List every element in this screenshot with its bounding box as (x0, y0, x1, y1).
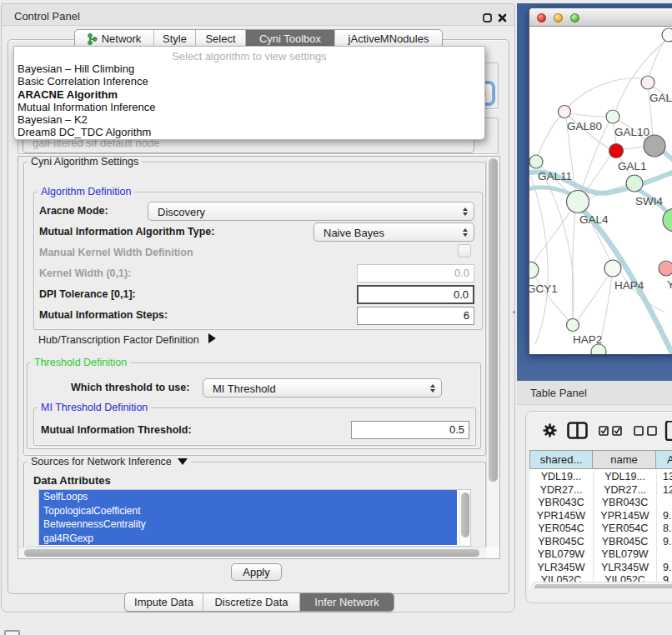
network-node-GAL1[interactable] (609, 144, 624, 158)
network-node-label: HAP4 (614, 279, 644, 292)
threshold-definition-title: Threshold Definition (31, 357, 130, 368)
network-node-Y-pink[interactable] (659, 261, 672, 276)
zoom-traffic-light-icon[interactable] (570, 13, 579, 22)
table-row[interactable]: YBR043CYBR043C (529, 497, 672, 510)
network-view-window[interactable]: GAL2GAL80GAL10GAL1GAL11GAL4SWI4GCY1HAP4Y… (529, 8, 672, 354)
attribute-item[interactable]: BetweennessCentrality (39, 518, 457, 532)
table-row[interactable]: YBL079WYBL079W (529, 548, 672, 562)
dpi-tolerance-field[interactable]: 0.0 (357, 285, 474, 304)
bottom-tab-discretize-data[interactable]: Discretize Data (203, 593, 300, 611)
kernel-width-field[interactable]: 0.0 (357, 264, 474, 282)
control-panel-titlebar[interactable]: Control Panel (2, 4, 514, 26)
bottom-tab-impute-data[interactable]: Impute Data (125, 593, 203, 611)
network-node-label: GAL80 (567, 120, 602, 132)
mi-type-combobox[interactable]: Naive Bayes (313, 222, 474, 242)
scrollbar-corner (486, 547, 499, 558)
table-panel-header[interactable]: Table Panel (517, 381, 672, 405)
network-node-GAL10[interactable] (606, 110, 619, 123)
manual-kernel-checkbox[interactable] (458, 244, 471, 258)
network-node-HAP2[interactable] (567, 319, 579, 332)
split-handle[interactable] (513, 311, 515, 313)
settings-horizontal-scrollbar[interactable] (18, 547, 487, 558)
attributes-scrollbar[interactable] (459, 490, 470, 546)
settings-vscrollbar-thumb[interactable] (489, 158, 498, 482)
gear-icon[interactable] (542, 422, 558, 438)
table-cell: 12 (656, 484, 672, 498)
minimize-traffic-light-icon[interactable] (554, 13, 563, 22)
column-header-name[interactable]: name (593, 450, 656, 469)
apply-button[interactable]: Apply (231, 563, 282, 581)
tab-jactivemnodules[interactable]: jActiveMNodules (335, 30, 442, 48)
hub-definition-toggle[interactable]: Hub/Transcription Factor Definition (38, 333, 216, 346)
checked-boxes-icon[interactable] (599, 426, 623, 436)
dropdown-placeholder: Select algorithm to view settings (14, 47, 484, 62)
network-node-label: SWI4 (635, 195, 663, 208)
data-attributes-list[interactable]: SelfLoopsTopologicalCoefficientBetweenne… (38, 489, 471, 547)
tab-label: Select (205, 32, 235, 45)
network-node-GAL80[interactable] (559, 106, 571, 118)
mi-steps-field[interactable]: 6 (357, 307, 474, 325)
attribute-item[interactable]: gal4RGexp (39, 532, 457, 546)
table-horizontal-scrollbar[interactable] (531, 582, 672, 588)
table-row[interactable]: YDL19...YDL19...13 (529, 471, 672, 484)
network-node-SWI4[interactable] (626, 175, 643, 192)
network-node-label: GAL1 (618, 160, 647, 172)
tab-style[interactable]: Style (154, 30, 196, 48)
table-row[interactable]: YBR045CYBR045C9. (529, 536, 672, 549)
tab-cyni-toolbox[interactable]: Cyni Toolbox (246, 30, 335, 48)
document-icon[interactable] (664, 421, 672, 441)
minimized-palette-icon[interactable] (4, 630, 20, 635)
network-edge (578, 275, 609, 320)
unchecked-boxes-icon[interactable] (634, 426, 658, 436)
close-icon[interactable] (498, 13, 507, 22)
table-cell: YBR045C (529, 536, 593, 549)
table-row[interactable]: YER054CYER054C8. (529, 522, 672, 536)
float-icon[interactable] (483, 13, 492, 22)
mi-threshold-field[interactable]: 0.5 (351, 421, 469, 439)
table-container: shared...nameA YDL19...YDL19...13YDR27..… (525, 411, 672, 603)
table-hscrollbar-thumb[interactable] (534, 584, 672, 589)
network-node-GAL2[interactable] (641, 76, 654, 89)
menu-item-1[interactable]: Basic Correlation Inference (14, 75, 484, 88)
network-node-label: HAP2 (573, 333, 602, 346)
settings-hscrollbar-thumb[interactable] (24, 549, 479, 557)
network-icon (88, 33, 98, 45)
network-node-label: GAL10 (614, 126, 649, 138)
network-edge (649, 38, 667, 76)
which-threshold-combobox[interactable]: MI Threshold (203, 378, 442, 398)
table-cell (656, 548, 672, 562)
menu-item-4[interactable]: Bayesian – K2 (14, 113, 484, 126)
tab-select[interactable]: Select (196, 30, 246, 48)
tab-label: jActiveMNodules (349, 32, 429, 45)
table-row[interactable]: YPR145WYPR145W9. (529, 510, 672, 523)
network-edge (531, 177, 548, 344)
network-node-GCY1[interactable] (529, 262, 539, 278)
menu-item-5[interactable]: Dream8 DC_TDC Algorithm (14, 126, 484, 138)
attribute-item[interactable]: TopologicalCoefficient (39, 504, 457, 518)
network-canvas[interactable]: GAL2GAL80GAL10GAL1GAL11GAL4SWI4GCY1HAP4Y… (529, 27, 672, 354)
menu-item-3[interactable]: Mutual Information Inference (14, 101, 484, 113)
column-header-shared...[interactable]: shared... (529, 450, 593, 469)
data-attributes-label: Data Attributes (33, 474, 111, 487)
settings-vertical-scrollbar[interactable] (486, 157, 499, 548)
attribute-item[interactable]: SelfLoops (39, 490, 457, 504)
attributes-scrollbar-thumb[interactable] (461, 492, 469, 538)
table-cell (656, 497, 672, 510)
network-window-titlebar[interactable] (529, 8, 672, 27)
network-node-HAP4[interactable] (604, 260, 621, 277)
aracne-mode-combobox[interactable]: Discovery (148, 202, 474, 221)
column-view-icon[interactable] (567, 422, 588, 439)
network-node-GAL11[interactable] (529, 155, 543, 168)
table-row[interactable]: YDR27...YDR27...12 (529, 484, 672, 498)
sources-title-row[interactable]: Sources for Network Inference (28, 456, 191, 468)
close-traffic-light-icon[interactable] (537, 13, 546, 22)
bottom-tab-infer-network[interactable]: Infer Network (300, 593, 394, 611)
dpi-tolerance-label: DPI Tolerance [0,1]: (39, 288, 136, 300)
tab-network[interactable]: Network (75, 30, 154, 48)
network-node-GAL4[interactable] (567, 191, 589, 213)
menu-item-2[interactable]: ARACNE Algorithm (14, 88, 484, 101)
table-row[interactable]: YLR345WYLR345W9. (529, 562, 672, 575)
network-node-top-partial[interactable] (662, 28, 672, 42)
menu-item-0[interactable]: Bayesian – Hill Climbing (14, 62, 484, 75)
column-header-A[interactable]: A (656, 450, 672, 469)
